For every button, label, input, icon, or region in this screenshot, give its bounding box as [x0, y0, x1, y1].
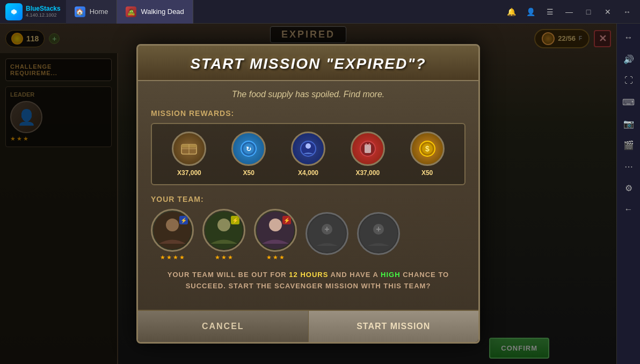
team-member-5: +	[357, 212, 400, 257]
modal-header: START MISSION "EXPIRED"?	[138, 46, 478, 81]
tab-bar: 🏠 Home 🧟 Walking Dead	[66, 0, 498, 24]
team-member-2: ⚡ ★★★	[202, 209, 245, 261]
team-section: YOUR TEAM: ⚡	[151, 195, 466, 261]
member-5-avatar: +	[357, 212, 400, 255]
svg-text:↻: ↻	[246, 145, 251, 153]
mission-modal: START MISSION "EXPIRED"? The food supply…	[136, 44, 480, 344]
modal-body: The food supply has spoiled. Find more. …	[138, 81, 478, 310]
svg-point-23	[217, 219, 230, 231]
tab-home-label: Home	[90, 8, 108, 16]
game-tab-icon: 🧟	[126, 6, 136, 17]
notification-icon[interactable]: 🔔	[504, 4, 519, 19]
reward-food: X37,000	[351, 132, 385, 177]
svg-text:$: $	[425, 144, 430, 153]
sidebar-camera-icon[interactable]: 📷	[620, 115, 637, 132]
member-3-avatar: ⚡	[254, 209, 297, 252]
tab-home[interactable]: 🏠 Home	[66, 0, 118, 24]
rewards-container: X37,000 ↻ X50	[151, 123, 466, 185]
tab-walking-dead-label: Walking Dead	[141, 8, 184, 16]
svg-text:+: +	[376, 224, 381, 234]
sidebar-expand-icon[interactable]: ↔	[620, 29, 637, 46]
sidebar-volume-icon[interactable]: 🔊	[620, 50, 637, 68]
svg-rect-13	[366, 143, 367, 145]
svg-text:+: +	[324, 224, 329, 234]
member-1-avatar: ⚡	[151, 209, 194, 252]
team-member-3: ⚡ ★★★	[254, 209, 297, 261]
sidebar-keyboard-icon[interactable]: ⌨	[620, 93, 637, 111]
sidebar-video-icon[interactable]: 🎬	[620, 136, 637, 154]
maximize-button[interactable]: □	[581, 4, 596, 19]
sidebar-more-icon[interactable]: ⋯	[620, 158, 637, 175]
start-mission-button[interactable]: START MISSION	[309, 311, 479, 342]
gold-reward-amount: X50	[421, 169, 433, 177]
game-area: 118 + EXPIRED 22/56 F ✕ CHALLENGE REQUIR…	[0, 24, 616, 364]
sidebar-back-icon[interactable]: ←	[620, 201, 637, 218]
svg-point-27	[269, 219, 282, 231]
food-reward-icon	[351, 132, 385, 166]
home-tab-icon: 🏠	[75, 6, 85, 17]
svg-text:⚡: ⚡	[232, 217, 239, 224]
svg-point-19	[166, 219, 179, 231]
reward-token: ↻ X50	[231, 132, 266, 177]
member-1-stars: ★★★★	[160, 254, 185, 261]
team-member-1: ⚡ ★★★★	[151, 209, 194, 261]
gold-reward-icon: $	[410, 132, 445, 166]
bluestacks-logo-icon	[5, 3, 23, 20]
right-sidebar: ↔ 🔊 ⛶ ⌨ 📷 🎬 ⋯ ⚙ ←	[616, 24, 640, 364]
bluestacks-version-text: BlueStacks 4.140.12.1002	[26, 5, 61, 18]
rewards-label: MISSION REWARDS:	[151, 109, 466, 118]
team-members-row: ⚡ ★★★★	[151, 209, 466, 261]
member-4-avatar: +	[306, 212, 348, 255]
window-controls: 🔔 👤 ☰ — □ ✕ ↔	[498, 4, 640, 19]
bluestacks-topbar: BlueStacks 4.140.12.1002 🏠 Home 🧟 Walkin…	[0, 0, 640, 24]
token-reward-amount: X50	[243, 169, 254, 177]
svg-rect-14	[369, 143, 370, 145]
modal-footer: CANCEL START MISSION	[138, 310, 478, 342]
menu-icon[interactable]: ☰	[542, 4, 557, 19]
svg-rect-12	[365, 144, 371, 153]
svg-text:⚡: ⚡	[283, 217, 290, 224]
success-text: YOUR TEAM WILL BE OUT FOR 12 HOURS AND H…	[151, 270, 466, 292]
scout-reward-amount: X4,000	[298, 169, 318, 177]
supply-reward-amount: X37,000	[177, 169, 201, 177]
supply-reward-icon	[172, 132, 206, 166]
sidebar-settings-icon[interactable]: ⚙	[620, 179, 637, 196]
food-reward-amount: X37,000	[355, 169, 380, 177]
svg-point-10	[306, 143, 311, 149]
modal-title: START MISSION "EXPIRED"?	[149, 55, 468, 72]
reward-supply: X37,000	[172, 132, 206, 177]
scout-reward-icon	[291, 132, 325, 166]
member-2-avatar: ⚡	[202, 209, 245, 252]
reward-gold: $ X50	[410, 132, 445, 177]
sidebar-fullscreen-icon[interactable]: ⛶	[620, 72, 637, 89]
minimize-button[interactable]: —	[562, 4, 577, 19]
team-label: YOUR TEAM:	[151, 195, 466, 203]
tab-walking-dead[interactable]: 🧟 Walking Dead	[117, 0, 193, 24]
close-button[interactable]: ✕	[600, 4, 615, 19]
mission-description: The food supply has spoiled. Find more.	[151, 90, 466, 99]
svg-text:⚡: ⚡	[180, 217, 187, 224]
member-2-stars: ★★★	[215, 254, 233, 261]
token-reward-icon: ↻	[231, 132, 266, 166]
team-member-4: +	[306, 212, 348, 257]
member-3-stars: ★★★	[266, 254, 285, 261]
expand-icon[interactable]: ↔	[620, 4, 635, 19]
bluestacks-logo: BlueStacks 4.140.12.1002	[0, 3, 66, 20]
cancel-button[interactable]: CANCEL	[138, 311, 309, 342]
account-icon[interactable]: 👤	[523, 4, 538, 19]
modal-overlay: START MISSION "EXPIRED"? The food supply…	[0, 24, 616, 364]
reward-scout: X4,000	[291, 132, 325, 177]
